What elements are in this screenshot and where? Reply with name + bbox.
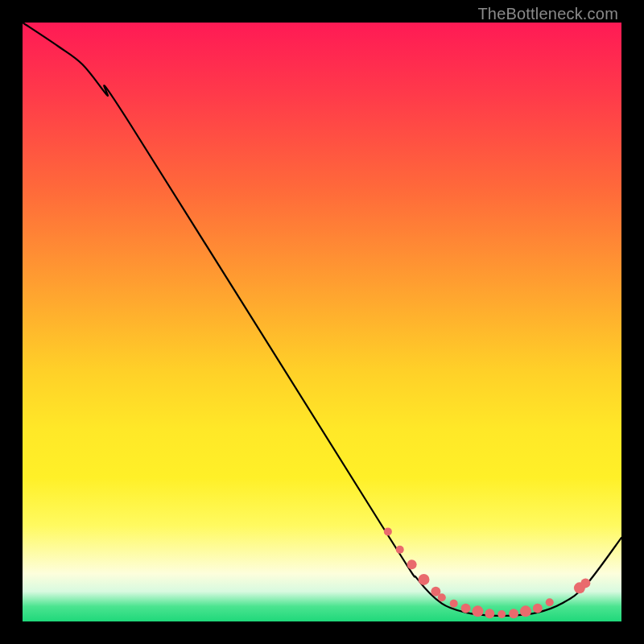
highlight-dot: [438, 593, 446, 601]
highlight-dot: [461, 604, 471, 613]
highlight-dot: [509, 609, 518, 618]
chart-stage: TheBottleneck.com: [0, 0, 644, 644]
highlight-dot: [472, 605, 483, 617]
plot-area: [23, 23, 621, 621]
highlight-dot: [418, 574, 429, 585]
highlight-dot: [407, 559, 417, 569]
highlight-dot: [384, 527, 392, 535]
main-curve: [23, 23, 621, 616]
highlight-dot: [497, 610, 506, 618]
highlight-dot: [450, 600, 458, 608]
highlight-dot: [485, 609, 494, 618]
highlight-dot: [580, 578, 590, 588]
highlight-dot: [546, 598, 554, 606]
highlight-dot: [533, 604, 543, 613]
highlight-dot: [520, 605, 531, 617]
curve-layer: [23, 23, 621, 621]
highlight-dot: [396, 546, 404, 554]
attribution-text: TheBottleneck.com: [477, 5, 618, 23]
